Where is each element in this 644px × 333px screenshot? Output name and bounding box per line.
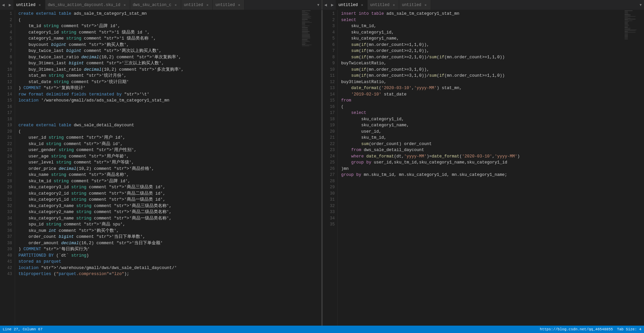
tab-bar-left: ◀ ▶ untitled✕dws_sku_action_daycount.sku… [0,0,644,10]
right-line-numbers: 1234567891011121314151617181920212223242… [323,10,338,326]
code-line: sku_num int comment "str">'购买个数', [18,228,301,234]
tab-tab6[interactable]: untitled✕ [336,0,368,10]
line-number: 9 [0,60,12,67]
code-line: sku_tm_id, [341,23,624,29]
code-line: PARTITIONED BY (`dt` string) [18,253,301,259]
line-number: 36 [0,228,12,234]
line-number: 33 [323,209,335,215]
tab-prev-button[interactable]: ◀ [0,0,7,10]
line-number: 5 [0,36,12,42]
line-number: 38 [0,240,12,247]
line-number: 26 [0,166,12,172]
code-line: sum(if(mn.order_count>=2,1,0)), [341,48,624,54]
tab-tab7[interactable]: untitled✕ [368,0,399,10]
line-number: 35 [0,221,12,228]
minimap-line [302,16,311,17]
tab-overflow-button-right[interactable]: ▼ [637,0,644,10]
minimap-line [625,26,628,27]
minimap-line [625,23,628,23]
tab-close-btn[interactable]: ✕ [391,3,396,7]
tab-tab8[interactable]: untitled✕ [399,0,431,10]
code-line [341,221,624,228]
minimap-line [302,11,305,12]
code-line: ( [18,17,301,23]
line-number: 17 [323,110,335,116]
line-number: 1 [323,11,335,17]
code-line: select [341,110,624,116]
code-line: order_count bigint comment "str">'当日下单单数… [18,234,301,240]
right-minimap [624,10,644,326]
minimap-line [302,26,305,27]
minimap-line [302,35,310,35]
code-line [341,209,624,215]
tab-close-btn[interactable]: ✕ [360,3,365,7]
tabs-left-container: untitled✕dws_sku_action_daycount.sku_id✕… [13,0,315,10]
code-line: create external table dws_sale_detail_da… [18,122,301,129]
line-number: 19 [0,122,12,129]
line-number: 24 [323,153,335,160]
line-number: 4 [0,29,12,36]
line-number: 25 [323,159,335,166]
code-line: sku_id string comment "str">'商品 id', [18,141,301,147]
minimap-line [625,29,637,30]
tab-tab3[interactable]: dws_sku_action_c✕ [130,0,181,10]
minimap-line [625,38,628,39]
line-number: 5 [323,36,335,42]
minimap-line [302,36,310,37]
code-line: sku_category2_id string comment "str">'商… [18,191,301,197]
minimap-line [625,11,628,12]
line-number: 31 [0,197,12,203]
code-line: where date_format(dt,'yyyy-MM')=date_for… [341,153,624,160]
code-line: spu_id string comment "str">'商品 spu', [18,221,301,228]
tab-tab2[interactable]: dws_sku_action_daycount.sku_id✕ [45,0,130,10]
line-number: 21 [0,135,12,141]
status-url: https://blog.csdn.net/qq_46548855 [540,327,613,331]
code-line: buyTwiceLastRatio, [341,60,624,67]
code-line: category1_name string comment "str">'1 级… [18,36,301,42]
line-number: 26 [323,166,335,172]
code-line: sku_category2_name string comment "str">… [18,209,301,215]
tab-label: untitled [402,3,421,7]
tab-tab1[interactable]: untitled✕ [13,0,45,10]
tab-overflow-button-left[interactable]: ▼ [315,0,322,10]
code-line: )mn [341,166,624,172]
line-number: 12 [323,79,335,85]
line-number: 21 [323,135,335,141]
right-code-editor[interactable]: 1234567891011121314151617181920212223242… [323,10,644,326]
minimap-line [302,13,309,13]
tab-close-btn[interactable]: ✕ [205,3,210,7]
tab-close-btn[interactable]: ✕ [122,3,127,7]
code-line: sku_category1_name, [341,122,624,129]
line-number: 37 [0,234,12,240]
tab-close-btn[interactable]: ✕ [237,3,241,7]
code-line: select [341,17,624,23]
code-line: sum(order_count) order_count [341,141,624,147]
left-code-content[interactable]: create external table ads_sale_tm_catego… [15,10,301,326]
status-bar: Line 27, Column 67 https://blog.csdn.net… [0,326,644,333]
code-line: category1_id string comment "str">'1 级品类… [18,29,301,36]
minimap-line [625,28,631,28]
tab-next-right-button[interactable]: ▶ [329,0,336,10]
code-line: sku_category1_id string comment "str">'商… [18,197,301,203]
tab-tab4[interactable]: untitled✕ [181,0,213,10]
tab-label: untitled [184,3,203,7]
minimap-line [302,40,307,40]
line-number: 43 [0,271,12,277]
tab-next-button[interactable]: ▶ [7,0,13,10]
line-number: 14 [0,91,12,98]
code-line: buycount bigint comment "str">'购买人数', [18,42,301,48]
line-number: 7 [323,48,335,54]
tab-close-btn[interactable]: ✕ [173,3,178,7]
line-number: 2 [323,17,335,23]
line-number: 27 [323,172,335,178]
right-code-content[interactable]: insert into table ads_sale_tm_category1_… [338,10,624,326]
minimap-line [625,13,628,13]
code-line: sum(if(mn.order_count>=2,1,0))/sum(if(mn… [341,54,624,61]
left-code-editor[interactable]: 1234567891011121314151617181920212223242… [0,10,321,326]
line-number: 15 [323,97,335,104]
tab-prev-right-button[interactable]: ◀ [322,0,329,10]
tab-tab5[interactable]: untitled✕ [213,0,245,10]
line-number: 33 [0,209,12,215]
tab-close-btn[interactable]: ✕ [423,3,428,7]
tab-close-btn[interactable]: ✕ [38,3,42,7]
